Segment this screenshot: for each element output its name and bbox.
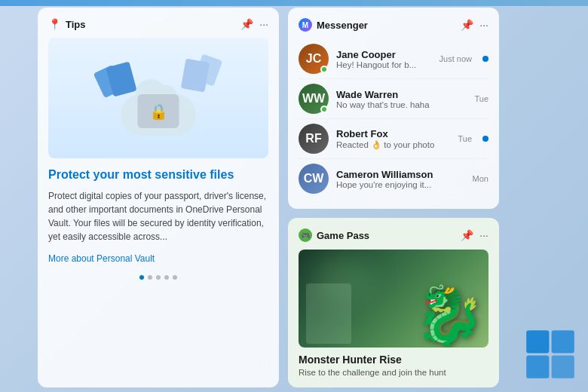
- jane-preview: Hey! Hangout for b...: [336, 60, 432, 69]
- tips-title: Tips: [66, 19, 86, 30]
- messenger-widget: M Messenger 📌 ··· JC Jane Cooper Hey! Ha…: [288, 8, 499, 209]
- tips-widget-header: 📍 Tips 📌 ···: [48, 18, 268, 30]
- jane-info: Jane Cooper Hey! Hangout for b...: [336, 49, 432, 69]
- jane-unread-dot: [482, 56, 488, 62]
- jane-avatar-wrap: JC: [299, 44, 329, 74]
- gamepass-header-right: 📌 ···: [461, 229, 488, 241]
- robert-info: Robert Fox Reacted 👌 to your photo: [336, 128, 450, 150]
- robert-avatar-wrap: RF: [299, 124, 329, 154]
- tips-more-icon[interactable]: ···: [259, 18, 268, 30]
- contact-cameron[interactable]: CW Cameron Williamson Hope you're enjoyi…: [299, 159, 488, 198]
- svg-rect-3: [552, 356, 574, 378]
- gamepass-header: 🎮 Game Pass 📌 ···: [299, 228, 488, 242]
- wade-info: Wade Warren No way that's true. haha: [336, 89, 467, 109]
- gamepass-widget: 🎮 Game Pass 📌 ··· 🐉 Monster Hunter Rise …: [288, 218, 499, 387]
- dot-4: [164, 275, 169, 280]
- doc-icon-4: [181, 59, 210, 93]
- robert-name: Robert Fox: [336, 128, 450, 139]
- jane-name: Jane Cooper: [336, 49, 432, 60]
- gamepass-more-icon[interactable]: ···: [479, 229, 488, 241]
- tips-icon: 📍: [48, 18, 61, 30]
- contact-wade[interactable]: WW Wade Warren No way that's true. haha …: [299, 79, 488, 119]
- tips-link[interactable]: More about Personal Vault: [48, 253, 155, 264]
- contact-jane[interactable]: JC Jane Cooper Hey! Hangout for b... Jus…: [299, 39, 488, 79]
- gamepass-icon: 🎮: [299, 228, 312, 242]
- cameron-avatar-wrap: CW: [299, 164, 329, 194]
- messenger-icon: M: [299, 18, 312, 32]
- svg-rect-0: [526, 330, 549, 353]
- cameron-name: Cameron Williamson: [336, 169, 465, 180]
- tips-pin-icon[interactable]: 📌: [240, 18, 253, 30]
- wade-name: Wade Warren: [336, 89, 467, 100]
- game-creature-icon: 🐉: [414, 287, 485, 344]
- wade-status: [320, 106, 328, 113]
- jane-time: Just now: [439, 54, 472, 63]
- cameron-preview: Hope you're enjoying it...: [336, 180, 465, 189]
- vault-icon: [138, 94, 179, 128]
- tips-illustration: [48, 38, 268, 158]
- robert-avatar: RF: [299, 124, 329, 154]
- tips-header-right: 📌 ···: [240, 18, 268, 30]
- messenger-header-left: M Messenger: [299, 18, 368, 32]
- wade-preview: No way that's true. haha: [336, 100, 467, 109]
- windows-logo: [524, 328, 577, 381]
- svg-rect-1: [552, 330, 574, 353]
- tips-header-left: 📍 Tips: [48, 18, 86, 30]
- tips-illustration-inner: [90, 53, 226, 143]
- tips-dots: [48, 275, 268, 280]
- robert-unread-dot: [482, 136, 488, 142]
- messenger-more-icon[interactable]: ···: [479, 19, 488, 31]
- game-tree: [306, 283, 351, 344]
- robert-time: Tue: [458, 134, 472, 143]
- tips-widget: 📍 Tips 📌 ··· Protect your most sensitive…: [38, 8, 279, 387]
- contact-robert[interactable]: RF Robert Fox Reacted 👌 to your photo Tu…: [299, 119, 488, 159]
- svg-rect-2: [526, 356, 549, 378]
- wade-avatar-wrap: WW: [299, 84, 329, 114]
- cameron-time: Mon: [473, 174, 488, 183]
- gamepass-header-left: 🎮 Game Pass: [299, 228, 369, 242]
- dot-3: [156, 275, 161, 280]
- messenger-header-right: 📌 ···: [461, 19, 488, 31]
- game-title: Monster Hunter Rise: [299, 354, 488, 366]
- robert-preview: Reacted 👌 to your photo: [336, 139, 450, 150]
- jane-status: [320, 66, 328, 73]
- cameron-info: Cameron Williamson Hope you're enjoying …: [336, 169, 465, 189]
- gamepass-pin-icon[interactable]: 📌: [461, 229, 473, 241]
- messenger-title: Messenger: [317, 20, 368, 31]
- messenger-pin-icon[interactable]: 📌: [461, 19, 473, 31]
- wade-time: Tue: [474, 94, 488, 103]
- dot-1: [139, 275, 144, 280]
- messenger-header: M Messenger 📌 ···: [299, 18, 488, 32]
- game-subtitle: Rise to the challenge and join the hunt: [299, 368, 488, 377]
- tips-article-body: Protect digital copies of your passport,…: [48, 189, 268, 243]
- tips-article-title: Protect your most sensitive files: [48, 167, 268, 183]
- dot-5: [173, 275, 177, 280]
- dot-2: [148, 275, 152, 280]
- cameron-avatar: CW: [299, 164, 329, 194]
- game-image[interactable]: 🐉: [299, 250, 488, 348]
- gamepass-title: Game Pass: [317, 230, 369, 241]
